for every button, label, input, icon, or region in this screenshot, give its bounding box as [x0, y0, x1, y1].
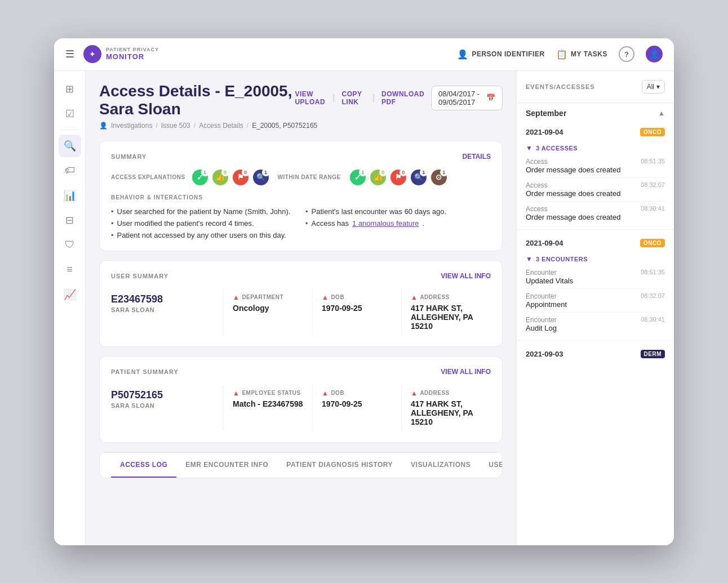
encounter-entry-2: Encounter Appointment 08:32:07	[526, 289, 665, 313]
filter-value: All	[647, 83, 654, 91]
details-link[interactable]: DETAILS	[463, 153, 491, 161]
patient-dob-value: 1970-09-25	[322, 399, 392, 408]
user-dept-value: Oncology	[233, 304, 303, 313]
tab-diagnosis-history[interactable]: PATIENT DIAGNOSIS HISTORY	[277, 453, 402, 478]
user-address-cell: ▲ ADDRESS 417 HARK ST, ALLEGHENY, PA 152…	[402, 289, 491, 335]
user-summary-header: USER SUMMARY VIEW ALL INFO	[111, 272, 491, 280]
tab-user-behavior[interactable]: USER BEHAVIOR SUMMARY	[480, 453, 503, 478]
breadcrumb-issue[interactable]: Issue 503	[161, 122, 190, 130]
patient-dob-cell: ▲ DOB 1970-09-25	[313, 385, 402, 431]
patient-view-all-link[interactable]: VIEW ALL INFO	[441, 368, 491, 376]
patient-address-warn-icon: ▲	[411, 389, 418, 397]
content-area: Access Details - E_20005, Sara Sloan VIE…	[86, 71, 516, 545]
breadcrumb-icon: 👤	[99, 122, 108, 130]
breadcrumb: 👤 Investigations / Issue 503 / Access De…	[99, 122, 503, 130]
date-row-2: 2021-09-04 ONCO	[526, 234, 665, 252]
patient-dob-warn-icon: ▲	[322, 389, 329, 397]
tab-emr-encounter[interactable]: EMR ENCOUNTER INFO	[176, 453, 277, 478]
sidebar-item-shield[interactable]: 🛡	[59, 234, 81, 256]
encounter-desc-3: Audit Log	[526, 324, 557, 332]
top-nav: ☰ ✦ PATIENT PRIVACY MONITOR 👤 PERSON IDE…	[54, 38, 674, 71]
filter-select[interactable]: All ▾	[642, 80, 665, 94]
hamburger-menu[interactable]: ☰	[65, 48, 74, 60]
sidebar-item-analytics[interactable]: 📈	[59, 283, 81, 306]
sidebar-item-search[interactable]: 🔍	[59, 135, 81, 157]
breadcrumb-access-details[interactable]: Access Details	[199, 122, 243, 130]
dob-warn-icon: ▲	[322, 293, 329, 301]
user-address-value: 417 HARK ST, ALLEGHENY, PA 15210	[411, 304, 482, 331]
badge-darkblue-left: 🔍1	[253, 170, 269, 185]
person-identifier-label: PERSON IDENTIFIER	[472, 50, 544, 58]
patient-id: P50752165	[111, 389, 214, 401]
access-entry-2: Access Order message does created 08:32:…	[526, 178, 665, 202]
access-type-3: Access	[526, 205, 620, 213]
encounters-header[interactable]: ▼ 3 ENCOUNTERS	[526, 252, 665, 265]
access-explanations-label: ACCESS EXPLANATIONS	[111, 174, 185, 180]
person-identifier-button[interactable]: 👤 PERSON IDENTIFIER	[457, 49, 545, 60]
my-tasks-button[interactable]: 📋 MY TASKS	[556, 49, 607, 60]
copy-link-button[interactable]: COPY LINK	[342, 90, 366, 106]
behavior-item-4: Patient's last encounter was 60 days ago…	[305, 207, 491, 216]
tasks-icon: 📋	[556, 49, 568, 60]
badge-red-right: ⚑0	[390, 170, 406, 185]
logo-area: ✦ PATIENT PRIVACY MONITOR	[83, 45, 159, 63]
encounter-entry-3: Encounter Audit Log 08:30:41	[526, 313, 665, 336]
nav-actions: 👤 PERSON IDENTIFIER 📋 MY TASKS ? 👤	[457, 46, 663, 63]
patient-emp-cell: ▲ EMPLOYEE STATUS Match - E23467598	[224, 385, 313, 431]
help-button[interactable]: ?	[619, 46, 634, 62]
encounter-entry-1: Encounter Updated Vitals 08:51:35	[526, 265, 665, 289]
date-group-1: 2021-09-04 ONCO ▼ 3 ACCESSES Access Orde…	[517, 123, 674, 225]
accesses-header-1[interactable]: ▼ 3 ACCESSES	[526, 141, 665, 154]
tabs-card: ACCESS LOG EMR ENCOUNTER INFO PATIENT DI…	[99, 452, 503, 478]
user-dob-label: ▲ DOB	[322, 293, 392, 301]
user-name: SARA SLOAN	[111, 306, 214, 313]
anomalous-feature-link[interactable]: 1 anomalous feature	[352, 219, 419, 228]
behavior-section: BEHAVIOR & INTERACTIONS User searched fo…	[111, 194, 491, 239]
onco-badge-2: ONCO	[640, 239, 665, 247]
access-time-3: 08:30:41	[641, 205, 665, 212]
sidebar-divider	[61, 130, 79, 130]
user-avatar[interactable]: 👤	[646, 46, 663, 63]
patient-summary-header: PATIENT SUMMARY VIEW ALL INFO	[111, 368, 491, 376]
logo-bottom: MONITOR	[106, 53, 159, 61]
sidebar-item-listcheck[interactable]: ☑	[59, 103, 81, 125]
badge-darkblue-right: 🔍1	[411, 170, 427, 185]
badge-brown-right: ⊙1	[431, 170, 447, 185]
my-tasks-label: MY TASKS	[571, 50, 607, 58]
user-view-all-link[interactable]: VIEW ALL INFO	[441, 272, 491, 280]
sidebar-item-list[interactable]: ≡	[59, 259, 81, 281]
date-label-3: 2021-09-03	[526, 350, 563, 358]
sidebar-item-chart[interactable]: 📊	[59, 184, 81, 207]
date-label-2: 2021-09-04	[526, 239, 563, 247]
user-id: E23467598	[111, 293, 214, 305]
user-summary-card: USER SUMMARY VIEW ALL INFO E23467598 SAR…	[99, 260, 503, 347]
encounter-type-1: Encounter	[526, 269, 573, 277]
access-desc-3: Order message does created	[526, 213, 620, 221]
sidebar-item-grid[interactable]: ⊞	[59, 78, 81, 100]
date-group-3: 2021-09-03 DERM	[517, 345, 674, 363]
encounter-type-3: Encounter	[526, 316, 557, 324]
tab-access-log[interactable]: ACCESS LOG	[111, 453, 176, 478]
encounter-time-1: 08:51:35	[641, 269, 665, 275]
behavior-grid: User searched for the patient by Name (S…	[111, 207, 491, 239]
month-header[interactable]: September ▲	[517, 103, 674, 123]
summary-card: SUMMARY DETAILS ACCESS EXPLANATIONS ✓1 👍…	[99, 141, 503, 251]
badge-green-right: ✓1	[350, 170, 366, 185]
encounter-time-2: 08:32:07	[641, 292, 665, 299]
date-range-button[interactable]: 08/04/2017 - 09/05/2017 📅	[431, 86, 503, 110]
dept-warn-icon: ▲	[233, 293, 239, 301]
page-header: Access Details - E_20005, Sara Sloan VIE…	[99, 82, 503, 118]
behavior-item-1: User searched for the patient by Name (S…	[111, 207, 296, 216]
sidebar-item-grid2[interactable]: ⊟	[59, 209, 81, 232]
encounter-time-3: 08:30:41	[641, 316, 665, 323]
breadcrumb-investigations[interactable]: Investigations	[111, 122, 152, 130]
user-dept-label: ▲ DEPARTMENT	[233, 293, 303, 301]
behavior-item-5: Access has 1 anomalous feature.	[305, 219, 491, 228]
view-upload-button[interactable]: VIEW UPLOAD	[295, 90, 326, 106]
sidebar-item-tag[interactable]: 🏷	[59, 159, 81, 182]
section-divider-2	[517, 340, 674, 341]
date-row-1: 2021-09-04 ONCO	[526, 123, 665, 141]
right-panel-header: EVENTS/ACCESSES All ▾	[517, 71, 674, 103]
download-pdf-button[interactable]: DOWNLOAD PDF	[381, 90, 424, 106]
tab-visualizations[interactable]: VISUALIZATIONS	[402, 453, 480, 478]
